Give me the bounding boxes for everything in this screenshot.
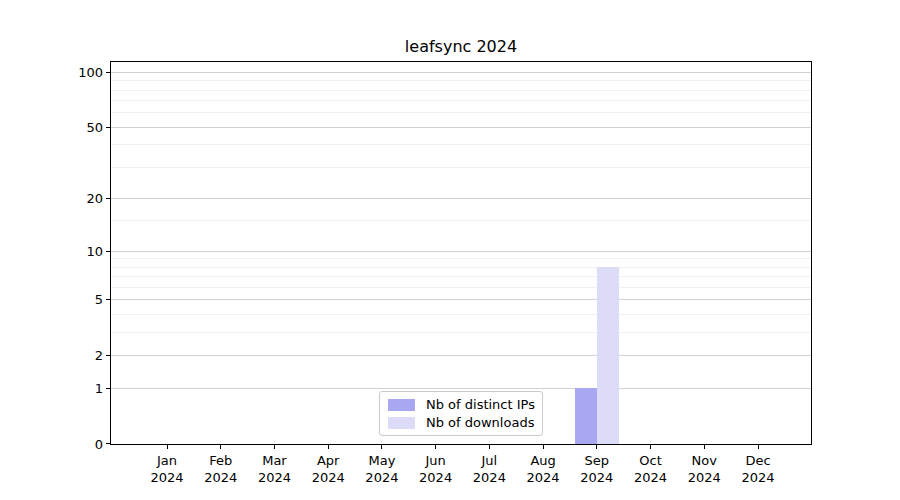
gridline-minor — [111, 276, 811, 277]
gridline-minor — [111, 80, 811, 81]
y-tick-label: 100 — [0, 65, 103, 78]
x-tick-label: Nov2024 — [676, 452, 732, 486]
y-tick — [106, 443, 110, 444]
x-tick-label: May2024 — [354, 452, 410, 486]
x-tick — [274, 445, 275, 449]
gridline-major — [111, 198, 811, 199]
legend-item-distinct-ips: Nb of distinct IPs — [388, 397, 534, 412]
bar-nb-of-distinct-ips-sep — [575, 388, 597, 444]
gridline-major — [111, 127, 811, 128]
gridline-major — [111, 388, 811, 389]
bar-nb-of-downloads-sep — [597, 267, 619, 444]
gridline-minor — [111, 314, 811, 315]
y-tick — [106, 355, 110, 356]
x-tick-label: Apr2024 — [300, 452, 356, 486]
chart-title: leafsync 2024 — [110, 37, 812, 56]
x-tick — [167, 445, 168, 449]
x-tick — [328, 445, 329, 449]
gridline-major — [111, 299, 811, 300]
x-tick — [489, 445, 490, 449]
y-tick-label: 20 — [0, 192, 103, 205]
legend-swatch-downloads — [388, 417, 415, 429]
y-tick — [106, 388, 110, 389]
gridline-minor — [111, 258, 811, 259]
x-tick-label: Aug2024 — [515, 452, 571, 486]
x-tick — [704, 445, 705, 449]
legend-label-distinct-ips: Nb of distinct IPs — [426, 397, 535, 412]
gridline-minor — [111, 100, 811, 101]
x-tick — [758, 445, 759, 449]
gridline-major — [111, 72, 811, 73]
y-tick-label: 2 — [0, 349, 103, 362]
x-tick-label: Feb2024 — [193, 452, 249, 486]
x-tick — [650, 445, 651, 449]
x-tick-label: Sep2024 — [569, 452, 625, 486]
x-tick-label: Mar2024 — [246, 452, 302, 486]
gridline-minor — [111, 220, 811, 221]
legend-label-downloads: Nb of downloads — [426, 415, 534, 430]
gridline-minor — [111, 90, 811, 91]
y-tick — [106, 299, 110, 300]
gridline-minor — [111, 332, 811, 333]
gridline-major — [111, 355, 811, 356]
x-tick — [381, 445, 382, 449]
gridline-minor — [111, 167, 811, 168]
gridline-minor — [111, 267, 811, 268]
gridline-minor — [111, 287, 811, 288]
y-tick-label: 5 — [0, 293, 103, 306]
legend: Nb of distinct IPs Nb of downloads — [379, 391, 543, 436]
plot-area — [110, 61, 812, 445]
y-tick-label: 10 — [0, 244, 103, 257]
y-tick-label: 50 — [0, 120, 103, 133]
x-tick — [435, 445, 436, 449]
gridline-major — [111, 251, 811, 252]
y-axis-labels: 0125102050100 — [0, 62, 103, 444]
y-tick — [106, 127, 110, 128]
gridline-minor — [111, 112, 811, 113]
x-tick-label: Dec2024 — [730, 452, 786, 486]
x-axis-labels: Jan2024Feb2024Mar2024Apr2024May2024Jun20… — [111, 452, 811, 492]
legend-item-downloads: Nb of downloads — [388, 415, 534, 430]
y-tick — [106, 251, 110, 252]
x-tick-label: Jul2024 — [461, 452, 517, 486]
chart: leafsync 2024 0125102050100 Jan2024Feb20… — [0, 0, 900, 500]
x-tick — [220, 445, 221, 449]
y-tick-label: 1 — [0, 382, 103, 395]
x-tick-label: Oct2024 — [623, 452, 679, 486]
y-tick — [106, 72, 110, 73]
gridline-minor — [111, 144, 811, 145]
x-tick-label: Jan2024 — [139, 452, 195, 486]
legend-swatch-distinct-ips — [388, 399, 415, 411]
x-tick-label: Jun2024 — [408, 452, 464, 486]
y-tick — [106, 198, 110, 199]
x-tick — [543, 445, 544, 449]
y-tick-label: 0 — [0, 438, 103, 451]
x-tick — [596, 445, 597, 449]
